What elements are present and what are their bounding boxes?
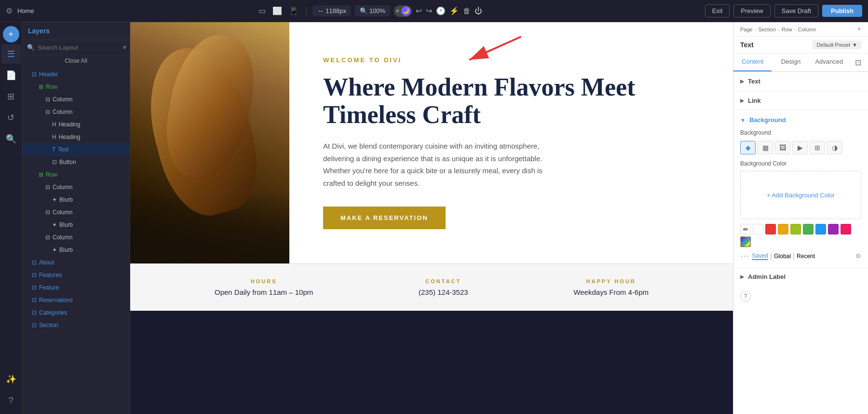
canvas-inner[interactable]: WELCOME TO DIVI Where Modern Flavors Mee… [130, 22, 733, 311]
color-tab-recent[interactable]: Recent [797, 253, 815, 260]
color-tab-global[interactable]: Global [774, 253, 791, 260]
color-dots: ··· [740, 251, 749, 261]
layer-col1[interactable]: ⊟ Column [22, 93, 130, 106]
exit-button[interactable]: Exit [705, 4, 730, 17]
text-section-header[interactable]: ▶ Text [733, 72, 868, 91]
publish-button[interactable]: Publish [822, 5, 862, 17]
preview-button[interactable]: Preview [733, 4, 770, 17]
color-tab-saved[interactable]: Saved [752, 252, 768, 260]
pages-icon[interactable]: 📄 [1, 66, 21, 85]
gear-icon[interactable]: ⚙ [6, 6, 13, 15]
wand-icon[interactable]: ✨ [1, 370, 21, 389]
section-icon: ⊡ [32, 71, 37, 78]
info-cols: HOURS Open Daily from 11am – 10pm CONTAC… [215, 278, 649, 296]
layers-tree: ⊡ Header ⊞ Row ⊟ Column [22, 66, 130, 414]
layer-button[interactable]: ⊡ Button [22, 156, 130, 168]
preset-selector[interactable]: Default Preset ▼ [813, 41, 861, 49]
bg-video-type-btn[interactable]: ▶ [792, 141, 808, 154]
bg-color-preview[interactable]: + Add Background Color [740, 171, 861, 219]
layer-features-label: Features [39, 272, 62, 278]
settings-icon[interactable]: ⚡ [449, 6, 459, 15]
search-icon[interactable]: 🔍 [1, 129, 21, 149]
bg-gradient-type-btn[interactable]: ▦ [758, 141, 773, 154]
layer-blurb3[interactable]: ✦ Blurb [22, 244, 130, 256]
swatch-purple[interactable] [828, 224, 839, 235]
power-icon[interactable]: ⏻ [475, 7, 482, 15]
hero-cta-button[interactable]: MAKE A RESERVATION [323, 207, 446, 229]
tab-advanced[interactable]: Advanced [810, 54, 848, 71]
swatch-rainbow[interactable] [740, 236, 751, 247]
tab-design[interactable]: Design [772, 54, 810, 71]
mobile-icon[interactable]: 📱 [287, 4, 300, 17]
add-element-button[interactable]: + [3, 26, 19, 42]
layer-text[interactable]: T Text [22, 143, 130, 156]
layers-icon[interactable]: ☰ [1, 44, 21, 64]
layer-header[interactable]: ⊡ Header [22, 68, 130, 81]
layer-row1[interactable]: ⊞ Row [22, 81, 130, 93]
tab-content[interactable]: Content [733, 54, 772, 71]
link-section-header[interactable]: ▶ Link [733, 91, 868, 110]
swatch-red[interactable] [765, 224, 776, 235]
px-display[interactable]: ↔ 1188px [312, 5, 351, 16]
desktop-icon[interactable]: ▭ [257, 4, 268, 17]
background-section-header[interactable]: ▼ Background [733, 110, 868, 129]
search-layout-input[interactable] [38, 44, 119, 51]
tablet-icon[interactable]: ⬜ [271, 4, 284, 17]
layer-features[interactable]: ⊡ Features [22, 269, 130, 281]
breadcrumb-row: Row [782, 27, 792, 32]
bg-pattern-type-btn[interactable]: ⊞ [810, 141, 825, 154]
close-panel-icon[interactable]: ✕ [857, 26, 861, 32]
layer-blurb2[interactable]: ✦ Blurb [22, 219, 130, 231]
layer-col4[interactable]: ⊟ Column [22, 206, 130, 219]
bg-color-type-btn[interactable]: ◆ [740, 141, 756, 154]
tab-fullscreen-icon[interactable]: ⊡ [848, 54, 868, 71]
dark-mode-toggle[interactable]: ☀ 🌙 [394, 5, 412, 17]
layer-categories[interactable]: ⊡ Categories [22, 306, 130, 319]
close-all-button[interactable]: Close All [22, 55, 130, 66]
help-icon[interactable]: ? [1, 391, 21, 410]
bg-image-type-btn[interactable]: 🖼 [775, 141, 790, 154]
history-sidebar-icon[interactable]: ↺ [1, 108, 21, 127]
layer-heading1[interactable]: H Heading [22, 118, 130, 131]
sun-icon: ☀ [395, 8, 400, 14]
admin-label-arrow: ▶ [740, 274, 744, 280]
layer-feature[interactable]: ⊡ Feature [22, 281, 130, 294]
blurb2-icon: ✦ [52, 221, 57, 228]
layer-reservations[interactable]: ⊡ Reservations [22, 294, 130, 306]
layer-col3[interactable]: ⊟ Column [22, 181, 130, 193]
text-section-arrow: ▶ [740, 78, 744, 84]
help-section: ? [733, 285, 868, 307]
admin-label-section[interactable]: ▶ Admin Label [733, 268, 868, 285]
bg-color-label: Background Color [740, 160, 861, 167]
color-pencil-btn[interactable]: ✏ [740, 224, 751, 235]
zoom-display[interactable]: 🔍 100% [355, 5, 390, 16]
trash-icon[interactable]: 🗑 [463, 7, 471, 15]
swatch-lime[interactable] [790, 224, 801, 235]
swatch-white[interactable] [753, 224, 763, 235]
layer-col2[interactable]: ⊟ Column [22, 106, 130, 118]
swatch-yellow[interactable] [778, 224, 788, 235]
layer-col5[interactable]: ⊟ Column [22, 231, 130, 244]
history-icon[interactable]: 🕐 [436, 6, 446, 15]
swatch-green[interactable] [803, 224, 814, 235]
layer-about[interactable]: ⊡ About [22, 256, 130, 269]
contact-label: CONTACT [419, 278, 468, 284]
layer-section[interactable]: ⊡ Section [22, 319, 130, 331]
layer-col3-label: Column [53, 184, 72, 191]
canvas: WELCOME TO DIVI Where Modern Flavors Mee… [130, 22, 733, 311]
swatch-blue[interactable] [815, 224, 826, 235]
filter-icon[interactable]: ▼ [122, 44, 128, 51]
color-settings-icon[interactable]: ⚙ [855, 252, 861, 260]
layer-about-label: About [39, 259, 54, 266]
redo-icon[interactable]: ↪ [426, 6, 432, 15]
help-circle-icon[interactable]: ? [740, 291, 751, 302]
save-draft-button[interactable]: Save Draft [774, 4, 818, 17]
layer-heading2[interactable]: H Heading [22, 131, 130, 143]
bg-mask-type-btn[interactable]: ◑ [827, 141, 842, 154]
layer-row2[interactable]: ⊞ Row [22, 168, 130, 181]
undo-icon[interactable]: ↩ [416, 6, 422, 15]
modules-icon[interactable]: ⊞ [1, 87, 21, 106]
layer-blurb1[interactable]: ✦ Blurb [22, 193, 130, 206]
canvas-wrapper: WELCOME TO DIVI Where Modern Flavors Mee… [130, 22, 733, 414]
swatch-pink[interactable] [841, 224, 851, 235]
